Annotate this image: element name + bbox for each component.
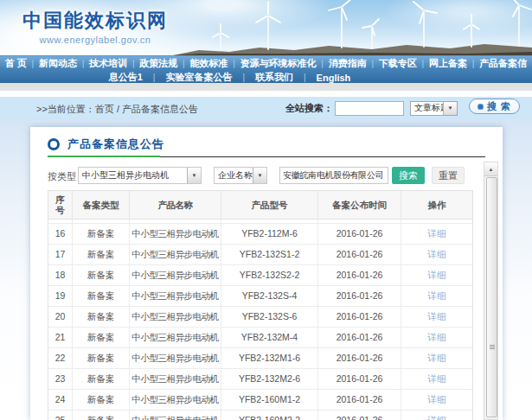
cell-name: 中小型三相异步电动机 bbox=[130, 224, 221, 244]
breadcrumb: >>当前位置：首页 / 产品备案信息公告 bbox=[36, 103, 198, 116]
site-header: 中国能效标识网 www.energylabel.gov.cn bbox=[0, 0, 532, 55]
nav-item[interactable]: 政策法规 bbox=[139, 57, 177, 70]
cell-name: 中小型三相异步电动机 bbox=[130, 265, 221, 285]
nav-item[interactable]: English bbox=[317, 73, 351, 83]
nav-item[interactable]: 首 页 bbox=[5, 57, 27, 70]
breadcrumb-bar: >>当前位置：首页 / 产品备案信息公告 全站搜索： 文章标题 ▼ 搜 索 bbox=[0, 97, 532, 119]
article-field-select[interactable]: 文章标题 ▼ bbox=[410, 101, 458, 116]
scrollbar-thumb[interactable] bbox=[486, 177, 497, 417]
cell-type: 新备案 bbox=[73, 348, 130, 368]
cell-date: 2016-01-26 bbox=[318, 307, 401, 327]
chevron-down-icon[interactable]: ▼ bbox=[443, 102, 457, 115]
cell-action: 详细 bbox=[401, 390, 472, 410]
site-search: 全站搜索： 文章标题 ▼ 搜 索 bbox=[285, 97, 520, 119]
cell-date: 2016-01-26 bbox=[318, 265, 401, 285]
company-name-input[interactable] bbox=[279, 167, 388, 184]
detail-link[interactable]: 详细 bbox=[428, 290, 446, 301]
cell-model: YFB2-160M2-2 bbox=[221, 410, 318, 420]
cell-model: YFB2-132S2-2 bbox=[221, 265, 318, 285]
table-body: 16新备案中小型三相异步电动机YFB2-112M-62016-01-26详细17… bbox=[48, 224, 472, 420]
detail-link[interactable]: 详细 bbox=[428, 353, 446, 363]
cell-name: 中小型三相异步电动机 bbox=[130, 369, 221, 389]
breadcrumb-home-link[interactable]: 首页 bbox=[95, 104, 114, 114]
table-row: 25新备案中小型三相异步电动机YFB2-160M2-22016-01-26详细 bbox=[48, 410, 472, 420]
detail-link[interactable]: 详细 bbox=[428, 270, 446, 280]
nav-separator: | bbox=[153, 73, 156, 82]
site-name: 中国能效标识网 bbox=[22, 8, 168, 34]
cell-name: 中小型三相异步电动机 bbox=[130, 348, 221, 368]
cell-date: 2016-01-26 bbox=[318, 245, 401, 264]
cell-type: 新备案 bbox=[73, 328, 130, 347]
chevron-down-icon[interactable]: ▼ bbox=[253, 168, 266, 183]
cell-date: 2016-01-26 bbox=[318, 390, 401, 410]
search-icon bbox=[478, 104, 484, 110]
page-title: 产品备案信息公告 bbox=[67, 137, 164, 152]
site-search-input[interactable] bbox=[335, 101, 404, 116]
cell-action: 详细 bbox=[401, 224, 472, 244]
filter-bar: 按类型 中小型三相异步电动机 ▼ 企业名称 ▼ 搜索 重置 bbox=[30, 167, 503, 184]
cell-action: 详细 bbox=[401, 265, 472, 285]
nav-item[interactable]: 能效标准 bbox=[189, 57, 228, 70]
nav-separator: | bbox=[32, 59, 35, 68]
cell-date: 2016-01-26 bbox=[318, 224, 401, 244]
cell-type: 新备案 bbox=[73, 369, 130, 389]
site-logo[interactable]: 中国能效标识网 www.energylabel.gov.cn bbox=[22, 8, 168, 45]
cell-date: 2016-01-26 bbox=[318, 410, 401, 420]
column-header: 备案类型 bbox=[73, 191, 130, 219]
nav-item[interactable]: 产品备案信 bbox=[479, 57, 527, 70]
table-row: 17新备案中小型三相异步电动机YFB2-132S1-22016-01-26详细 bbox=[48, 245, 472, 265]
detail-link[interactable]: 详细 bbox=[428, 394, 446, 404]
scroll-up-icon[interactable]: ▲ bbox=[484, 162, 497, 176]
table-row: 19新备案中小型三相异步电动机YFB2-132S-42016-01-26详细 bbox=[48, 286, 472, 307]
table-row: 23新备案中小型三相异步电动机YFB2-132M2-62016-01-26详细 bbox=[48, 369, 472, 390]
cell-no: 21 bbox=[48, 328, 73, 347]
page: 中国能效标识网 www.energylabel.gov.cn 首 页|新闻动态|… bbox=[0, 0, 532, 420]
nav-separator: | bbox=[371, 59, 374, 68]
cell-model: YFB2-132M-4 bbox=[221, 328, 318, 347]
company-field-select[interactable]: 企业名称 ▼ bbox=[214, 167, 267, 184]
detail-link[interactable]: 详细 bbox=[428, 249, 446, 259]
detail-link[interactable]: 详细 bbox=[428, 311, 446, 321]
detail-link[interactable]: 详细 bbox=[428, 332, 446, 342]
type-select[interactable]: 中小型三相异步电动机 ▼ bbox=[78, 167, 202, 184]
filter-search-button[interactable]: 搜索 bbox=[392, 167, 425, 184]
cell-type: 新备案 bbox=[73, 265, 130, 285]
chevron-down-icon[interactable]: ▼ bbox=[187, 168, 201, 183]
nav-separator: | bbox=[132, 59, 135, 68]
nav-item[interactable]: 消费指南 bbox=[329, 57, 367, 70]
nav-separator: | bbox=[183, 59, 185, 68]
detail-link[interactable]: 详细 bbox=[428, 373, 446, 384]
cell-no: 16 bbox=[48, 224, 73, 244]
column-header: 序号 bbox=[48, 191, 73, 219]
table-scrollbar[interactable]: ▲ bbox=[484, 162, 498, 420]
nav-item[interactable]: 技术培训 bbox=[89, 57, 127, 70]
detail-link[interactable]: 详细 bbox=[428, 415, 446, 420]
cell-name: 中小型三相异步电动机 bbox=[130, 410, 221, 420]
nav-item[interactable]: 息公告1 bbox=[109, 71, 143, 84]
column-header: 备案公布时间 bbox=[318, 191, 401, 219]
cell-model: YFB2-132M1-6 bbox=[221, 348, 318, 368]
nav-item[interactable]: 联系我们 bbox=[255, 71, 293, 84]
cell-action: 详细 bbox=[401, 348, 472, 368]
nav-item[interactable]: 下载专区 bbox=[379, 57, 417, 70]
column-header: 产品名称 bbox=[130, 191, 221, 219]
cell-model: YFB2-132M2-6 bbox=[221, 369, 318, 389]
nav-separator: | bbox=[304, 73, 306, 82]
table-header-row: 序号备案类型产品名称产品型号备案公布时间操作 bbox=[48, 191, 472, 220]
cell-action: 详细 bbox=[401, 286, 472, 306]
cell-type: 新备案 bbox=[73, 390, 130, 410]
nav-item[interactable]: 实验室备案公告 bbox=[165, 71, 232, 84]
column-header: 操作 bbox=[401, 191, 472, 219]
detail-link[interactable]: 详细 bbox=[428, 228, 446, 239]
table-row: 16新备案中小型三相异步电动机YFB2-112M-62016-01-26详细 bbox=[48, 224, 472, 245]
cell-model: YFB2-132S1-2 bbox=[221, 245, 318, 264]
cell-no: 20 bbox=[48, 307, 73, 327]
breadcrumb-separator: / bbox=[114, 104, 122, 114]
nav-item[interactable]: 网上备案 bbox=[429, 57, 467, 70]
site-search-button[interactable]: 搜 索 bbox=[469, 99, 520, 114]
nav-item[interactable]: 资源与环境标准化 bbox=[240, 57, 317, 70]
nav-item[interactable]: 新闻动态 bbox=[39, 57, 77, 70]
section-underline bbox=[48, 156, 485, 157]
filter-reset-button[interactable]: 重置 bbox=[432, 167, 465, 184]
cell-type: 新备案 bbox=[73, 307, 130, 327]
